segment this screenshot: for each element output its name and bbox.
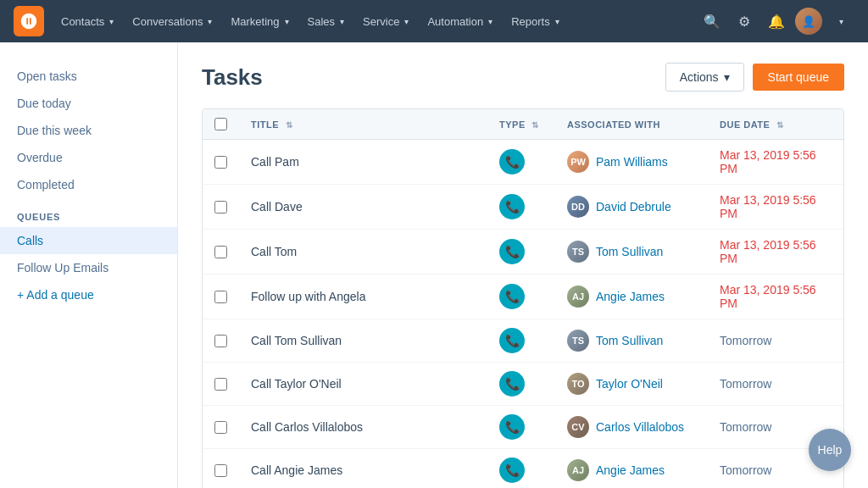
main-container: Open tasks Due today Due this week Overd…	[0, 42, 868, 488]
col-header-title[interactable]: TITLE ⇅	[239, 109, 487, 140]
row-2-title: Call Tom	[239, 230, 487, 274]
nav-item-service[interactable]: Service ▾	[354, 10, 417, 33]
table-row: Call Carlos Villalobos📞 CV Carlos Villal…	[203, 406, 843, 449]
phone-icon: 📞	[499, 149, 525, 175]
row-checkbox-7[interactable]	[214, 464, 227, 477]
row-2-associated: TS Tom Sullivan	[555, 230, 708, 274]
queues-section-title: QUEUES	[0, 198, 177, 227]
nav-item-sales[interactable]: Sales ▾	[299, 10, 353, 33]
row-3-due-date: Mar 13, 2019 5:56 PM	[708, 274, 843, 319]
settings-icon[interactable]: ⚙	[731, 8, 758, 35]
row-0-due-date: Mar 13, 2019 5:56 PM	[708, 140, 843, 185]
sidebar-item-completed[interactable]: Completed	[0, 171, 177, 198]
row-0-title: Call Pam	[239, 140, 487, 185]
row-checkbox-1[interactable]	[214, 201, 227, 214]
row-6-associated: CV Carlos Villalobos	[555, 406, 708, 449]
select-all-checkbox[interactable]	[214, 118, 227, 130]
row-7-check-cell	[203, 449, 239, 489]
contact-link[interactable]: Tom Sullivan	[596, 245, 663, 258]
phone-icon: 📞	[499, 458, 525, 483]
contact-link[interactable]: Angie James	[596, 463, 665, 477]
table-row: Call Taylor O'Neil📞 TO Taylor O'Neil Tom…	[203, 363, 843, 406]
row-0-associated: PW Pam Williams	[555, 140, 708, 185]
contact-cell: AJ Angie James	[567, 459, 696, 481]
tasks-table-container: TITLE ⇅ TYPE ⇅ ASSOCIATED WITH DUE DATE	[202, 108, 844, 488]
contact-cell: CV Carlos Villalobos	[567, 416, 696, 438]
contact-link[interactable]: Pam Williams	[596, 155, 668, 169]
table-row: Call Dave📞 DD David Debrule Mar 13, 2019…	[203, 185, 843, 230]
notifications-icon[interactable]: 🔔	[763, 8, 790, 35]
row-checkbox-0[interactable]	[214, 156, 227, 169]
row-7-type: 📞	[487, 449, 555, 489]
row-5-associated: TO Taylor O'Neil	[555, 363, 708, 406]
contact-avatar: AJ	[567, 286, 589, 308]
sort-arrows-type: ⇅	[531, 120, 539, 130]
row-checkbox-4[interactable]	[214, 335, 227, 347]
sidebar-item-overdue[interactable]: Overdue	[0, 144, 177, 171]
contact-cell: TO Taylor O'Neil	[567, 373, 696, 395]
sidebar-item-calls[interactable]: Calls	[0, 227, 177, 254]
row-5-check-cell	[203, 363, 239, 406]
col-header-type[interactable]: TYPE ⇅	[487, 109, 555, 140]
table-header: TITLE ⇅ TYPE ⇅ ASSOCIATED WITH DUE DATE	[203, 109, 843, 140]
hubspot-logo[interactable]	[14, 6, 44, 36]
contact-avatar: CV	[567, 416, 589, 438]
nav-item-contacts[interactable]: Contacts ▾	[53, 10, 122, 33]
nav-item-conversations[interactable]: Conversations ▾	[124, 10, 220, 33]
sort-arrows-title: ⇅	[286, 120, 293, 130]
col-header-check	[203, 109, 239, 140]
sort-arrows-due: ⇅	[776, 120, 784, 130]
sidebar-item-due-this-week[interactable]: Due this week	[0, 117, 177, 144]
contact-link[interactable]: David Debrule	[596, 200, 671, 214]
chevron-down-icon: ▾	[555, 17, 559, 26]
row-4-title: Call Tom Sullivan	[239, 319, 487, 363]
nav-item-reports[interactable]: Reports ▾	[503, 10, 568, 33]
row-4-type: 📞	[487, 319, 555, 363]
nav-item-marketing[interactable]: Marketing ▾	[222, 10, 297, 33]
phone-icon: 📞	[499, 239, 525, 264]
col-header-associated: ASSOCIATED WITH	[555, 109, 708, 140]
contact-link[interactable]: Carlos Villalobos	[596, 420, 684, 434]
nav-item-automation[interactable]: Automation ▾	[419, 10, 501, 33]
tasks-table: TITLE ⇅ TYPE ⇅ ASSOCIATED WITH DUE DATE	[203, 109, 843, 488]
chevron-down-icon: ▾	[340, 17, 344, 26]
row-5-due-date: Tomorrow	[708, 363, 843, 406]
row-3-type: 📞	[487, 274, 555, 319]
help-button[interactable]: Help	[809, 429, 851, 471]
search-icon[interactable]: 🔍	[698, 8, 726, 35]
contact-avatar: AJ	[567, 459, 589, 481]
main-content: Tasks Actions ▾ Start queue	[178, 42, 868, 488]
actions-button[interactable]: Actions ▾	[665, 63, 744, 92]
row-2-type: 📞	[487, 230, 555, 274]
page-header: Tasks Actions ▾ Start queue	[202, 63, 844, 92]
col-header-due-date[interactable]: DUE DATE ⇅	[708, 109, 843, 140]
user-menu-chevron[interactable]: ▾	[827, 8, 854, 35]
contact-link[interactable]: Angie James	[596, 290, 665, 303]
start-queue-button[interactable]: Start queue	[753, 64, 844, 91]
row-1-check-cell	[203, 185, 239, 230]
table-row: Call Tom📞 TS Tom Sullivan Mar 13, 2019 5…	[203, 230, 843, 274]
contact-link[interactable]: Taylor O'Neil	[596, 377, 663, 391]
row-checkbox-5[interactable]	[214, 378, 227, 391]
table-row: Follow up with Angela📞 AJ Angie James Ma…	[203, 274, 843, 319]
sidebar-item-follow-up-emails[interactable]: Follow Up Emails	[0, 254, 177, 281]
contact-avatar: TS	[567, 241, 589, 263]
row-2-due-date: Mar 13, 2019 5:56 PM	[708, 230, 843, 274]
contact-link[interactable]: Tom Sullivan	[596, 334, 663, 347]
row-1-type: 📞	[487, 185, 555, 230]
table-row: Call Pam📞 PW Pam Williams Mar 13, 2019 5…	[203, 140, 843, 185]
contact-avatar: PW	[567, 151, 589, 173]
chevron-down-icon: ▾	[109, 17, 114, 26]
table-row: Call Tom Sullivan📞 TS Tom Sullivan Tomor…	[203, 319, 843, 363]
row-checkbox-3[interactable]	[214, 291, 227, 303]
row-checkbox-6[interactable]	[214, 421, 227, 434]
phone-icon: 📞	[499, 284, 525, 309]
sidebar-item-due-today[interactable]: Due today	[0, 90, 177, 117]
row-7-title: Call Angie James	[239, 449, 487, 489]
add-queue-button[interactable]: + Add a queue	[0, 281, 177, 308]
avatar[interactable]: 👤	[795, 8, 822, 35]
chevron-down-icon: ▾	[404, 17, 409, 26]
avatar-image: 👤	[795, 8, 822, 35]
sidebar-item-open-tasks[interactable]: Open tasks	[0, 63, 177, 90]
row-checkbox-2[interactable]	[214, 246, 227, 258]
